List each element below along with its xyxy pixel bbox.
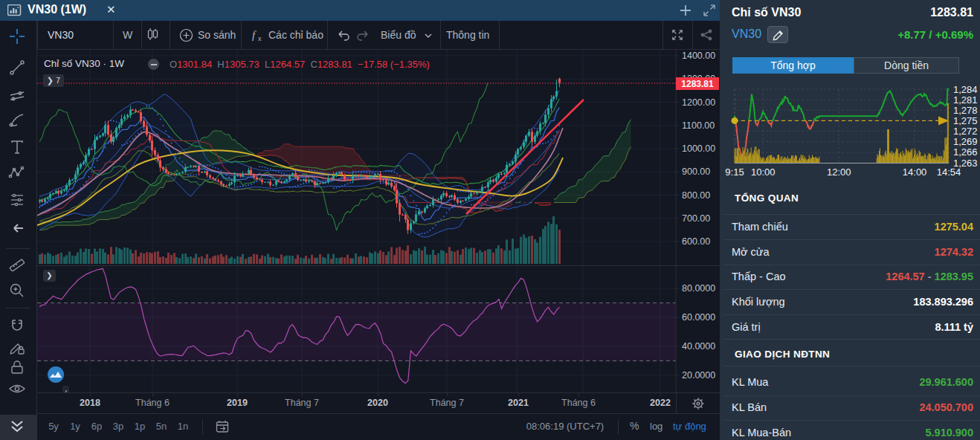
- svg-text:10:00: 10:00: [751, 166, 776, 178]
- svg-text:1283.81: 1283.81: [681, 79, 714, 89]
- svg-text:40.0000: 40.0000: [682, 341, 715, 352]
- svg-text:14:54: 14:54: [937, 166, 961, 178]
- svg-text:1,269: 1,269: [953, 136, 978, 147]
- svg-text:1,278: 1,278: [953, 105, 978, 116]
- svg-text:14:00: 14:00: [903, 166, 927, 178]
- svg-text:20.0000: 20.0000: [682, 370, 715, 381]
- svg-text:60.0000: 60.0000: [682, 312, 715, 323]
- svg-text:x: x: [258, 35, 262, 42]
- svg-text:1000.00: 1000.00: [682, 143, 715, 154]
- svg-text:f: f: [252, 29, 257, 41]
- svg-text:9:15: 9:15: [725, 166, 744, 178]
- svg-text:1,281: 1,281: [953, 94, 978, 106]
- svg-text:600.00: 600.00: [682, 236, 710, 247]
- svg-text:1200.00: 1200.00: [682, 97, 715, 108]
- svg-text:800.00: 800.00: [682, 190, 710, 201]
- svg-text:1100.00: 1100.00: [682, 120, 715, 131]
- svg-text:900.00: 900.00: [682, 166, 710, 177]
- svg-text:700.00: 700.00: [682, 213, 710, 224]
- svg-text:1,275: 1,275: [953, 115, 978, 126]
- svg-text:1,272: 1,272: [953, 126, 978, 137]
- svg-text:1400.00: 1400.00: [682, 51, 715, 61]
- svg-text:80.0000: 80.0000: [682, 283, 715, 294]
- svg-text:1,266: 1,266: [953, 146, 978, 158]
- svg-text:12:00: 12:00: [827, 166, 851, 178]
- svg-text:1,284: 1,284: [953, 84, 978, 95]
